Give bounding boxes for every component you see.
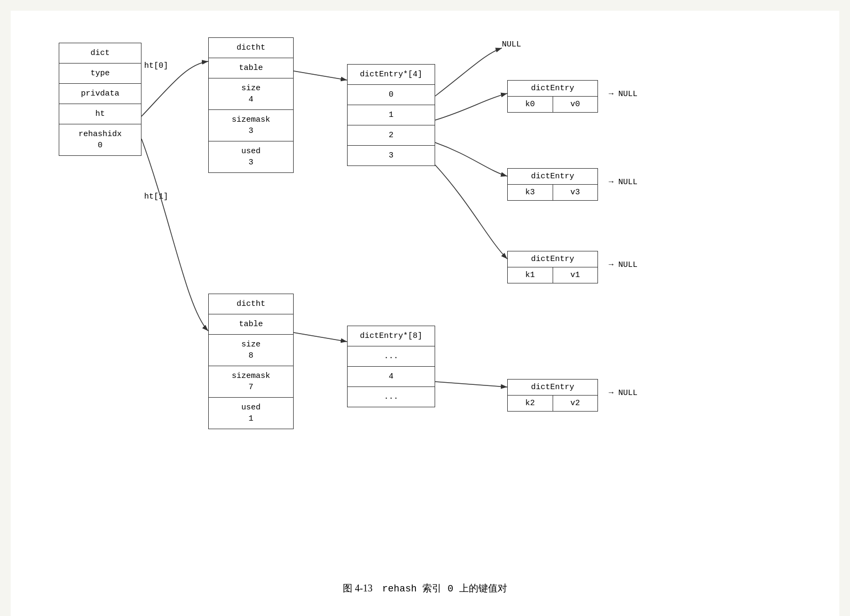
entry-e1-k: k0	[508, 97, 553, 112]
entry-e3-v: v1	[553, 267, 598, 283]
array4-box: dictEntry*[4] 0 1 2 3	[347, 64, 435, 166]
entry-e4-v: v2	[553, 396, 598, 411]
dict-rehashidx: rehashidx0	[59, 124, 141, 155]
array8-box: dictEntry*[8] ... 4 ...	[347, 326, 435, 407]
null-e4: → NULL	[609, 389, 638, 398]
entry-e2-label: dictEntry	[508, 169, 597, 185]
dictht1-size: size8	[209, 335, 293, 366]
entry-e2-v: v3	[553, 185, 598, 200]
svg-line-2	[294, 333, 347, 342]
dictht0-size: size4	[209, 78, 293, 110]
dict-ht: ht	[59, 104, 141, 124]
dictht0-header: dictht	[209, 38, 293, 58]
diagram-area: dict type privdata ht rehashidx0 ht[0] h…	[43, 32, 807, 566]
entry-e4-label: dictEntry	[508, 380, 597, 396]
array4-3: 3	[348, 146, 435, 165]
ht0-label: ht[0]	[144, 61, 168, 70]
entry-e1-label: dictEntry	[508, 81, 597, 97]
dictht0-box: dictht table size4 sizemask3 used3	[208, 37, 294, 173]
array4-0: 0	[348, 85, 435, 105]
entry-e3-k: k1	[508, 267, 553, 283]
entry-e3: dictEntry k1 v1	[507, 251, 598, 283]
array4-2: 2	[348, 125, 435, 146]
dict-header: dict	[59, 43, 141, 64]
null-e3: → NULL	[609, 260, 638, 270]
figure-caption: 图 4-13 rehash 索引 0 上的键值对	[43, 582, 807, 595]
array4-1: 1	[348, 105, 435, 125]
array4-header: dictEntry*[4]	[348, 65, 435, 85]
entry-e4: dictEntry k2 v2	[507, 379, 598, 412]
dictht1-header: dictht	[209, 294, 293, 314]
dictht0-used: used3	[209, 141, 293, 172]
dictht0-sizemask: sizemask3	[209, 110, 293, 141]
caption-code: rehash 索引 0 上的键值对	[382, 583, 507, 594]
dict-type: type	[59, 64, 141, 84]
dict-privdata: privdata	[59, 84, 141, 104]
dictht1-box: dictht table size8 sizemask7 used1	[208, 294, 294, 429]
entry-e4-k: k2	[508, 396, 553, 411]
svg-line-1	[294, 71, 347, 80]
entry-e2: dictEntry k3 v3	[507, 168, 598, 201]
dictht1-table: table	[209, 314, 293, 335]
entry-e3-label: dictEntry	[508, 251, 597, 267]
diagram-container: dict type privdata ht rehashidx0 ht[0] h…	[11, 11, 839, 616]
array8-4: 4	[348, 367, 435, 387]
dictht0-table: table	[209, 58, 293, 78]
dict-box: dict type privdata ht rehashidx0	[59, 43, 141, 156]
null-e1: → NULL	[609, 90, 638, 99]
null-top: NULL	[502, 40, 521, 49]
array8-header: dictEntry*[8]	[348, 326, 435, 346]
entry-e1-v: v0	[553, 97, 598, 112]
entry-e2-k: k3	[508, 185, 553, 200]
array8-dots1: ...	[348, 346, 435, 367]
array8-dots2: ...	[348, 387, 435, 407]
entry-e1: dictEntry k0 v0	[507, 80, 598, 113]
dictht1-sizemask: sizemask7	[209, 366, 293, 398]
dictht1-used: used1	[209, 398, 293, 429]
svg-line-3	[435, 382, 507, 387]
null-e2: → NULL	[609, 178, 638, 187]
caption-label: 图 4-13	[343, 583, 373, 594]
ht1-label: ht[1]	[144, 192, 168, 201]
